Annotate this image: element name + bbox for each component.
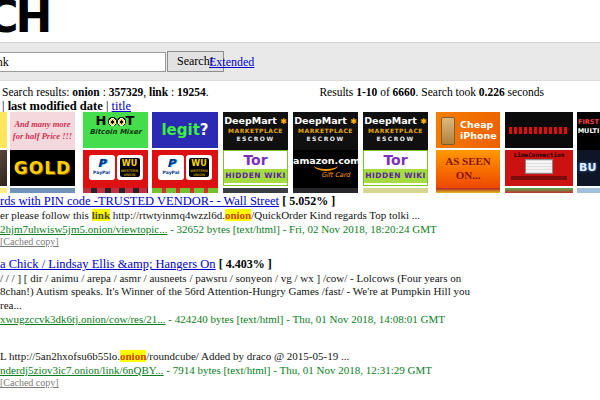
- ad-strip-cropped[interactable]: [223, 188, 288, 193]
- paypal-logo-icon: P PayPal: [89, 155, 115, 180]
- result-snippet: er please follow this link http://rtwtyi…: [0, 209, 487, 222]
- ad-banner-legit[interactable]: legit?: [152, 112, 218, 148]
- result-url-link[interactable]: 2hjm7uhwisw5jm5.onion/viewtopic...: [0, 223, 167, 235]
- ad-text: And many more: [10, 118, 75, 130]
- cached-copy-link[interactable]: [Cached copy]: [0, 236, 59, 247]
- spark-icon: ✱: [350, 117, 357, 126]
- search-term-counts: Search results: onion : 357329, link : 1…: [2, 86, 209, 98]
- ad-banner-blu-cropped[interactable]: BU: [577, 150, 600, 186]
- search-result: rds with PIN code -TRUSTED VENDOR- - Wal…: [0, 194, 600, 247]
- ad-strip-cropped[interactable]: [363, 188, 428, 193]
- ad-banner-dark-red-text[interactable]: [505, 112, 573, 148]
- ad-title: GOLD: [14, 158, 71, 178]
- tor-onion-logo: Tor: [224, 151, 287, 169]
- result-meta: - 32652 bytes [text/html] - Fri, 02 Nov …: [167, 223, 436, 235]
- ad-strip-cropped[interactable]: [10, 188, 75, 193]
- ad-strip-cropped[interactable]: [152, 188, 218, 193]
- ad-strip-cropped[interactable]: [505, 188, 573, 193]
- owl-eyes-icon: [108, 117, 117, 126]
- sort-active-last-modified: | last modified date |: [2, 99, 112, 113]
- result-url-line: 2hjm7uhwisw5jm5.onion/viewtopic... - 326…: [0, 223, 600, 235]
- ad-banner-deepmart-2[interactable]: DeepMart ✱ MARKETPLACE ESCROW: [293, 112, 358, 152]
- extended-search-link[interactable]: Extended: [209, 55, 254, 70]
- ad-subtitle: Bitcoin Mixer: [83, 128, 148, 136]
- red-text-strip: [509, 127, 569, 134]
- sort-by-title-link[interactable]: title: [112, 99, 131, 113]
- result-relevance: [ 4.403% ]: [219, 257, 272, 271]
- result-url-line: nderdj5ziov3ic7.onion/link/6nQBY... - 79…: [0, 364, 600, 376]
- ad-banner-as-seen-on[interactable]: AS SEEN ON...: [436, 150, 500, 190]
- ad-banner-hidden-wiki-1[interactable]: Tor HIDDEN WIKI: [223, 150, 288, 186]
- ad-banner-cropped-1[interactable]: [0, 112, 7, 148]
- ad-url-strip: [511, 176, 567, 180]
- ad-banner-cheap-iphone[interactable]: CheapiPhone: [436, 112, 500, 148]
- western-union-logo-icon: WU WESTERN UNION: [186, 155, 212, 180]
- ad-strip-cropped[interactable]: [436, 188, 500, 193]
- result-snippet: / / / ] [ dir / animu / arepa / asmr / a…: [0, 272, 487, 312]
- results-count: Results 1-10 of 6660. Search took 0.226 …: [319, 86, 544, 98]
- ad-title: HT: [83, 115, 148, 127]
- ad-text: for half Price !!!: [10, 130, 75, 142]
- torch-logo-text: TORCH: [0, 0, 49, 42]
- iphone-image: [441, 117, 455, 145]
- spark-icon: ✱: [420, 117, 427, 126]
- ad-banner-hidden-wiki-2[interactable]: Tor HIDDEN WIKI: [363, 150, 428, 186]
- ad-strip-cropped[interactable]: [577, 188, 600, 193]
- ad-banner-gold[interactable]: GOLD: [10, 150, 75, 186]
- ad-banner-first-multi[interactable]: FIRST MULTI: [577, 112, 600, 154]
- result-url-link[interactable]: xwugzccvk3dk6tj.onion/cow/res/21...: [0, 313, 166, 325]
- result-meta: - 424240 bytes [text/html] - Thu, 01 Nov…: [166, 313, 445, 325]
- cached-copy-link[interactable]: [Cached copy]: [0, 377, 59, 388]
- ad-strip-cropped[interactable]: [0, 188, 7, 193]
- search-result: a Chick / Lindsay Ellis &amp; Hangers On…: [0, 257, 600, 325]
- search-input[interactable]: [0, 52, 166, 72]
- result-relevance: [ 5.052% ]: [282, 194, 335, 208]
- ad-banner-cropped-2[interactable]: [0, 150, 7, 186]
- paypal-logo-icon: P PayPal: [158, 155, 184, 180]
- results-list: rds with PIN code -TRUSTED VENDOR- - Wal…: [0, 194, 600, 400]
- torch-logo: TORCH: [0, 0, 60, 42]
- ad-banner-hoot-bitcoin-mixer[interactable]: HT Bitcoin Mixer: [83, 112, 148, 148]
- ad-text: legit: [161, 121, 199, 139]
- ad-strip-cropped[interactable]: [293, 188, 358, 193]
- result-meta: - 7914 bytes [text/html] - Thu, 01 Nov 2…: [164, 364, 432, 376]
- western-union-logo-icon: WU WESTERN UNION: [117, 155, 143, 180]
- ad-banner-paypal-westernunion-2[interactable]: P PayPal WU WESTERN UNION: [152, 150, 218, 191]
- spark-icon: ✱: [280, 117, 287, 126]
- result-snippet: L http://5an2hxofsu6b55lo.onion/roundcub…: [0, 350, 487, 363]
- search-bar: Search! Extended: [0, 42, 600, 81]
- ad-banner-paypal-westernunion-1[interactable]: P PayPal WU WESTERN UNION: [83, 150, 148, 191]
- result-url-link[interactable]: nderdj5ziov3ic7.onion/link/6nQBY...: [0, 364, 164, 376]
- result-title-link[interactable]: a Chick / Lindsay Ellis &amp; Hangers On: [0, 257, 216, 271]
- ad-banner-deepmart-1[interactable]: DeepMart ✱ MARKETPLACE ESCROW: [223, 112, 288, 152]
- owl-eyes-icon: [117, 117, 126, 126]
- result-title-link[interactable]: rds with PIN code -TRUSTED VENDOR- - Wal…: [0, 194, 279, 208]
- screenshot-thumbnail: [525, 159, 553, 174]
- ad-banner-deepmart-3[interactable]: DeepMart ✱ MARKETPLACE ESCROW: [363, 112, 428, 152]
- result-url-line: xwugzccvk3dk6tj.onion/cow/res/21... - 42…: [0, 313, 600, 325]
- search-result: L http://5an2hxofsu6b55lo.onion/roundcub…: [0, 335, 600, 388]
- ad-strip-cropped[interactable]: [83, 188, 148, 193]
- ad-banner-lime-connection[interactable]: LimeConnection: [505, 150, 573, 186]
- ad-banner-amazon-gift-card[interactable]: amazon.com Gift Card: [293, 150, 358, 192]
- ad-banner-half-price[interactable]: And many more for half Price !!!: [10, 112, 75, 154]
- ad-text: ?: [200, 121, 209, 139]
- tor-onion-logo: Tor: [364, 151, 427, 169]
